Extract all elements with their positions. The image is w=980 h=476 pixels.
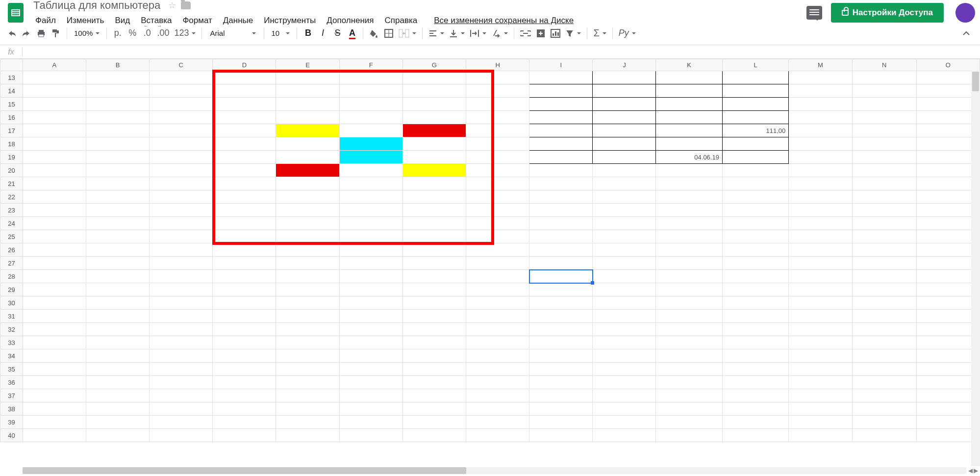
- cell-D35[interactable]: [213, 363, 276, 376]
- cell-H33[interactable]: [466, 336, 529, 349]
- cell-F25[interactable]: [339, 230, 402, 243]
- cell-L19[interactable]: [722, 151, 788, 164]
- cell-K27[interactable]: [656, 257, 722, 270]
- cell-M15[interactable]: [789, 98, 852, 111]
- cell-E22[interactable]: [276, 190, 339, 204]
- cell-M40[interactable]: [789, 429, 852, 442]
- italic-button[interactable]: I: [316, 26, 329, 41]
- col-header-C[interactable]: C: [150, 59, 213, 71]
- cell-F38[interactable]: [339, 402, 402, 416]
- cell-I38[interactable]: [529, 402, 593, 416]
- menu-данные[interactable]: Данные: [218, 14, 258, 27]
- cell-K34[interactable]: [656, 349, 722, 363]
- cell-K15[interactable]: [656, 98, 722, 111]
- cell-I15[interactable]: [529, 98, 593, 111]
- cell-E30[interactable]: [276, 296, 339, 310]
- cell-N24[interactable]: [852, 217, 916, 230]
- cell-I31[interactable]: [529, 310, 593, 323]
- cell-F34[interactable]: [339, 349, 402, 363]
- cell-I35[interactable]: [529, 363, 593, 376]
- cell-M26[interactable]: [789, 243, 852, 257]
- cell-O23[interactable]: [916, 204, 980, 217]
- cell-O24[interactable]: [916, 217, 980, 230]
- cell-C19[interactable]: [150, 151, 213, 164]
- cell-L22[interactable]: [722, 190, 788, 204]
- cell-N36[interactable]: [852, 376, 916, 389]
- folder-icon[interactable]: [181, 1, 191, 9]
- cell-A15[interactable]: [23, 98, 86, 111]
- cell-D27[interactable]: [213, 257, 276, 270]
- cell-N38[interactable]: [852, 402, 916, 416]
- cell-A34[interactable]: [23, 349, 86, 363]
- cell-J19[interactable]: [593, 151, 656, 164]
- cell-J39[interactable]: [593, 416, 656, 429]
- cell-L29[interactable]: [722, 283, 788, 296]
- cell-L38[interactable]: [722, 402, 788, 416]
- cell-F18[interactable]: [339, 137, 402, 151]
- cell-J14[interactable]: [593, 84, 656, 98]
- col-header-G[interactable]: G: [402, 59, 466, 71]
- cell-E13[interactable]: [276, 71, 339, 84]
- cell-J31[interactable]: [593, 310, 656, 323]
- functions-button[interactable]: Σ: [591, 26, 608, 41]
- cell-O39[interactable]: [916, 416, 980, 429]
- redo-button[interactable]: [20, 26, 33, 41]
- row-header-37[interactable]: 37: [0, 389, 23, 402]
- row-header-27[interactable]: 27: [0, 257, 23, 270]
- cell-A39[interactable]: [23, 416, 86, 429]
- col-header-A[interactable]: A: [23, 59, 86, 71]
- sheet-area[interactable]: ABCDEFGHIJKLMNO1314151617111,00181904.06…: [0, 59, 980, 466]
- cell-N17[interactable]: [852, 124, 916, 137]
- script-button[interactable]: Py: [617, 26, 638, 41]
- cell-H40[interactable]: [466, 429, 529, 442]
- cell-M17[interactable]: [789, 124, 852, 137]
- cell-H21[interactable]: [466, 177, 529, 190]
- cell-G27[interactable]: [402, 257, 466, 270]
- cell-I16[interactable]: [529, 111, 593, 124]
- text-color-button[interactable]: A: [345, 26, 359, 41]
- cell-O28[interactable]: [916, 270, 980, 283]
- cell-F24[interactable]: [339, 217, 402, 230]
- print-button[interactable]: [34, 26, 48, 41]
- cell-B14[interactable]: [86, 84, 149, 98]
- menu-справка[interactable]: Справка: [380, 14, 423, 27]
- cell-D32[interactable]: [213, 323, 276, 336]
- cell-M31[interactable]: [789, 310, 852, 323]
- cell-N27[interactable]: [852, 257, 916, 270]
- cell-E31[interactable]: [276, 310, 339, 323]
- cell-N40[interactable]: [852, 429, 916, 442]
- cell-O15[interactable]: [916, 98, 980, 111]
- cell-H30[interactable]: [466, 296, 529, 310]
- cell-G38[interactable]: [402, 402, 466, 416]
- cell-K36[interactable]: [656, 376, 722, 389]
- row-header-13[interactable]: 13: [0, 71, 23, 84]
- col-header-L[interactable]: L: [722, 59, 788, 71]
- cell-J24[interactable]: [593, 217, 656, 230]
- row-header-20[interactable]: 20: [0, 164, 23, 177]
- cell-L30[interactable]: [722, 296, 788, 310]
- cell-N21[interactable]: [852, 177, 916, 190]
- cell-J40[interactable]: [593, 429, 656, 442]
- cell-L31[interactable]: [722, 310, 788, 323]
- col-header-E[interactable]: E: [276, 59, 339, 71]
- cell-G20[interactable]: [402, 164, 466, 177]
- borders-button[interactable]: [382, 26, 396, 41]
- cell-K18[interactable]: [656, 137, 722, 151]
- cell-K22[interactable]: [656, 190, 722, 204]
- cell-A26[interactable]: [23, 243, 86, 257]
- cell-H22[interactable]: [466, 190, 529, 204]
- cell-O21[interactable]: [916, 177, 980, 190]
- cell-A38[interactable]: [23, 402, 86, 416]
- cell-B26[interactable]: [86, 243, 149, 257]
- cell-G25[interactable]: [402, 230, 466, 243]
- merge-cells-button[interactable]: [397, 26, 418, 41]
- cell-N35[interactable]: [852, 363, 916, 376]
- cell-H37[interactable]: [466, 389, 529, 402]
- cell-O27[interactable]: [916, 257, 980, 270]
- cell-N15[interactable]: [852, 98, 916, 111]
- cell-C25[interactable]: [150, 230, 213, 243]
- cell-E23[interactable]: [276, 204, 339, 217]
- cell-D22[interactable]: [213, 190, 276, 204]
- cell-B38[interactable]: [86, 402, 149, 416]
- cell-F13[interactable]: [339, 71, 402, 84]
